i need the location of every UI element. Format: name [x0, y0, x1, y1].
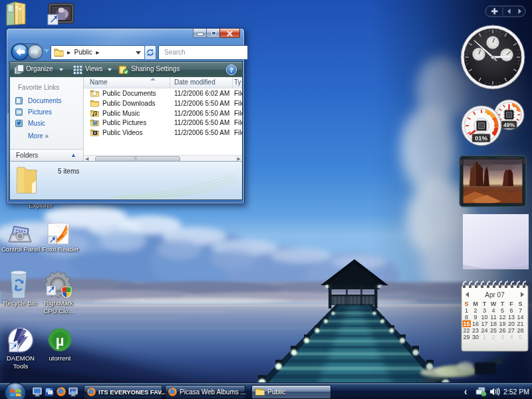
svg-text:F: F: [509, 301, 513, 307]
svg-text:26: 26: [499, 327, 505, 334]
svg-text:25: 25: [490, 327, 497, 334]
svg-text:2: 2: [473, 307, 477, 314]
svg-text:49%: 49%: [503, 122, 515, 128]
svg-text:22: 22: [463, 327, 469, 334]
svg-text:18: 18: [490, 321, 497, 327]
svg-text:14: 14: [517, 314, 523, 321]
svg-text:S: S: [518, 301, 522, 307]
svg-text:21: 21: [517, 321, 523, 327]
svg-text:3: 3: [501, 334, 504, 340]
svg-text:1: 1: [465, 307, 468, 314]
svg-text:1: 1: [483, 334, 486, 340]
svg-text:3: 3: [483, 307, 486, 314]
svg-text:24: 24: [481, 327, 487, 334]
svg-text:T: T: [501, 301, 505, 307]
svg-text:27: 27: [508, 327, 515, 334]
svg-text:11: 11: [490, 314, 496, 321]
svg-text:20: 20: [508, 321, 515, 327]
svg-text:01%: 01%: [475, 134, 488, 142]
svg-text:Apr 07: Apr 07: [485, 291, 505, 299]
svg-text:17: 17: [481, 321, 487, 327]
svg-text:13: 13: [508, 314, 515, 321]
svg-text:29: 29: [463, 334, 469, 340]
svg-text:4: 4: [491, 307, 495, 314]
svg-text:S: S: [464, 301, 468, 307]
svg-text:12: 12: [499, 314, 505, 321]
svg-text:2: 2: [491, 334, 495, 340]
svg-text:6: 6: [509, 307, 513, 314]
svg-text:8: 8: [465, 314, 468, 321]
svg-text:19: 19: [499, 321, 505, 327]
svg-text:M: M: [473, 301, 478, 307]
svg-text:23: 23: [472, 327, 479, 334]
svg-text:7: 7: [519, 307, 522, 314]
svg-text:W: W: [491, 301, 497, 307]
svg-text:10: 10: [481, 314, 487, 321]
svg-text:5: 5: [519, 334, 522, 340]
svg-text:5: 5: [501, 307, 504, 314]
svg-text:T: T: [483, 301, 487, 307]
svg-text:µ: µ: [56, 332, 65, 349]
svg-text:15: 15: [463, 321, 469, 327]
svg-text:?: ?: [229, 66, 233, 74]
svg-text:4: 4: [509, 334, 513, 340]
svg-text:9: 9: [473, 314, 477, 321]
svg-text:28: 28: [517, 327, 523, 334]
svg-text:30: 30: [472, 334, 479, 340]
svg-text:16: 16: [472, 321, 479, 327]
